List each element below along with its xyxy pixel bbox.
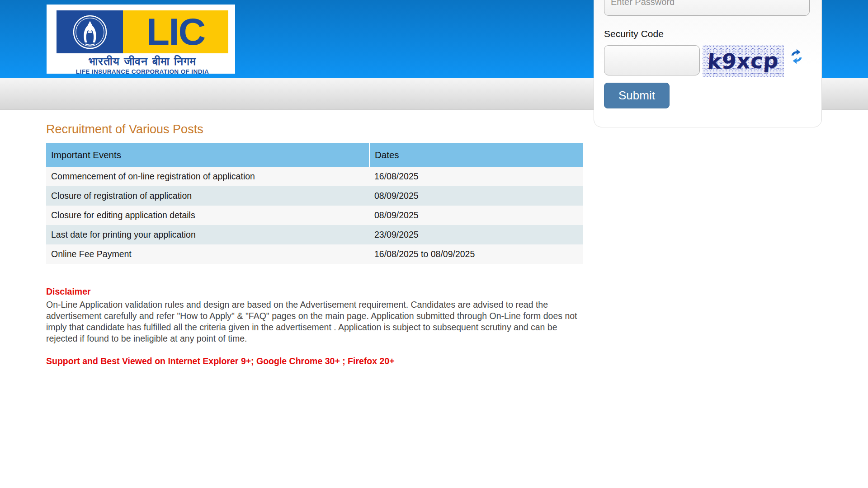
date-cell: 16/08/2025	[369, 167, 583, 186]
date-cell: 16/08/2025 to 08/09/2025	[369, 244, 583, 264]
important-events-table: Important Events Dates Commencement of o…	[46, 143, 583, 264]
security-code-input[interactable]	[604, 45, 700, 75]
brand-name-hindi: भारतीय जीवन बीमा निगम	[57, 55, 228, 68]
event-cell: Last date for printing your application	[46, 225, 369, 244]
login-panel: Login for already Registered Candidates …	[594, 0, 822, 127]
column-header-dates: Dates	[369, 143, 583, 167]
event-cell: Commencement of on-line registration of …	[46, 167, 369, 186]
event-cell: Closure of registration of application	[46, 186, 369, 206]
brand-name-english: LIFE INSURANCE CORPORATION OF INDIA	[57, 68, 228, 75]
event-cell: Online Fee Payment	[46, 244, 369, 264]
table-row: Closure for editing application details …	[46, 206, 583, 225]
security-code-label: Security Code	[604, 28, 811, 39]
captcha-refresh-button[interactable]	[788, 48, 805, 65]
table-row: Commencement of on-line registration of …	[46, 167, 583, 186]
date-cell: 23/09/2025	[369, 225, 583, 244]
browser-support-note: Support and Best Viewed on Internet Expl…	[46, 356, 584, 366]
table-row: Last date for printing your application …	[46, 225, 583, 244]
event-cell: Closure for editing application details	[46, 206, 369, 225]
lic-logo: LIC भारतीय जीवन बीमा निगम LIFE INSURANCE…	[47, 5, 235, 74]
table-row: Closure of registration of application 0…	[46, 186, 583, 206]
submit-button[interactable]: Submit	[604, 83, 670, 108]
disclaimer-heading: Disclaimer	[46, 286, 584, 297]
column-header-important-events: Important Events	[46, 143, 369, 167]
captcha-image: k9xcp	[703, 45, 784, 77]
table-header-row: Important Events Dates	[46, 143, 583, 167]
table-row: Online Fee Payment 16/08/2025 to 08/09/2…	[46, 244, 583, 264]
disclaimer-text: On-Line Application validation rules and…	[46, 299, 586, 344]
date-cell: 08/09/2025	[369, 206, 583, 225]
password-input[interactable]	[604, 0, 810, 16]
date-cell: 08/09/2025	[369, 186, 583, 206]
captcha-text: k9xcp	[707, 48, 779, 74]
page-title: Recruitment of Various Posts	[46, 110, 584, 136]
lic-wordmark: LIC	[123, 10, 228, 53]
lic-emblem-icon	[57, 10, 123, 53]
